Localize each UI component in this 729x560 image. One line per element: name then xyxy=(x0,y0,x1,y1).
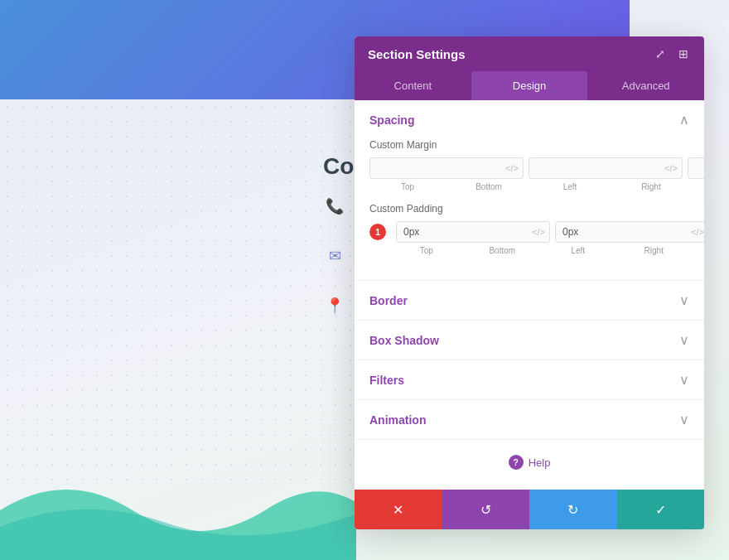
margin-left-group: </> xyxy=(688,157,704,179)
padding-badge: 1 xyxy=(369,224,386,240)
margin-top-input[interactable] xyxy=(369,157,524,179)
animation-title: Animation xyxy=(369,413,426,427)
save-button[interactable]: ✓ xyxy=(617,490,705,529)
padding-right-label: Right xyxy=(619,246,690,255)
modal-body: Spacing ∧ Custom Margin </> </> xyxy=(355,100,704,490)
modal-tabs: Content Design Advanced xyxy=(355,71,704,100)
padding-labels: Top Bottom Left Right xyxy=(391,246,689,255)
padding-bottom-label: Bottom xyxy=(467,246,538,255)
filters-title: Filters xyxy=(369,374,404,387)
spacing-section-header[interactable]: Spacing ∧ xyxy=(355,100,704,139)
border-section: Border ∨ xyxy=(355,281,704,321)
bg-dots xyxy=(0,99,356,480)
padding-bottom-group: </> xyxy=(555,221,704,243)
tab-design[interactable]: Design xyxy=(471,71,588,100)
padding-top-input[interactable] xyxy=(396,221,550,243)
undo-button[interactable]: ↺ xyxy=(442,490,530,529)
help-icon: ? xyxy=(509,455,524,470)
margin-left-input[interactable] xyxy=(688,157,704,179)
modal-header-actions: ⤢ ⊞ xyxy=(653,46,691,61)
margin-left-label: Left xyxy=(532,182,608,191)
modal-header: Section Settings ⤢ ⊞ xyxy=(355,36,704,71)
border-title: Border xyxy=(369,294,408,307)
custom-padding-label: Custom Padding xyxy=(369,203,689,215)
modal-footer: ✕ ↺ ↻ ✓ xyxy=(355,490,704,529)
box-shadow-title: Box Shadow xyxy=(369,334,439,347)
margin-bottom-group: </> xyxy=(529,157,683,179)
animation-section-header[interactable]: Animation ∨ xyxy=(355,400,704,439)
save-icon: ✓ xyxy=(655,502,666,518)
spacing-chevron-icon: ∧ xyxy=(679,112,689,128)
bg-wave xyxy=(0,461,356,560)
margin-top-label: Top xyxy=(369,182,446,191)
cancel-button[interactable]: ✕ xyxy=(355,490,442,529)
border-section-header[interactable]: Border ∨ xyxy=(355,281,704,320)
modal-title: Section Settings xyxy=(368,47,466,61)
filters-section-header[interactable]: Filters ∨ xyxy=(355,360,704,399)
padding-top-group: </> xyxy=(396,221,550,243)
margin-input-row: </> </> </> </> xyxy=(369,157,689,179)
tab-advanced[interactable]: Advanced xyxy=(587,71,704,100)
padding-left-label: Left xyxy=(543,246,614,255)
box-shadow-section-header[interactable]: Box Shadow ∨ xyxy=(355,321,704,360)
expand-icon[interactable]: ⤢ xyxy=(653,46,668,61)
animation-section: Animation ∨ xyxy=(355,400,704,440)
section-settings-panel: Section Settings ⤢ ⊞ Content Design Adva… xyxy=(355,36,704,529)
help-link[interactable]: ? Help xyxy=(355,440,704,485)
custom-margin-label: Custom Margin xyxy=(369,139,689,151)
undo-icon: ↺ xyxy=(480,502,491,518)
spacing-section: Spacing ∧ Custom Margin </> </> xyxy=(355,100,704,281)
padding-top-label: Top xyxy=(391,246,462,255)
box-shadow-section: Box Shadow ∨ xyxy=(355,321,704,360)
columns-icon[interactable]: ⊞ xyxy=(676,46,691,61)
margin-labels: Top Bottom Left Right xyxy=(369,182,689,191)
tab-content[interactable]: Content xyxy=(355,71,471,100)
margin-bottom-input[interactable] xyxy=(529,157,683,179)
help-label: Help xyxy=(529,456,551,469)
margin-top-link-icon: </> xyxy=(505,163,519,173)
redo-icon: ↻ xyxy=(567,502,578,518)
margin-top-group: </> xyxy=(369,157,524,179)
padding-bottom-input[interactable] xyxy=(555,221,704,243)
border-chevron-icon: ∨ xyxy=(679,292,689,308)
spacing-body: Custom Margin </> </> </> xyxy=(355,139,704,280)
phone-icon: 📞 xyxy=(323,195,346,218)
padding-input-row: 1 </> </> </> xyxy=(369,221,689,243)
redo-button[interactable]: ↻ xyxy=(529,490,617,529)
location-icon: 📍 xyxy=(323,294,346,317)
animation-chevron-icon: ∨ xyxy=(679,412,689,427)
cancel-icon: ✕ xyxy=(393,502,403,518)
padding-top-link-icon: </> xyxy=(532,227,545,237)
box-shadow-chevron-icon: ∨ xyxy=(679,332,689,348)
margin-right-label: Right xyxy=(613,182,689,191)
spacing-title: Spacing xyxy=(369,113,414,127)
margin-bottom-link-icon: </> xyxy=(664,163,678,173)
padding-inputs-left: </> </> xyxy=(396,221,704,243)
margin-bottom-label: Bottom xyxy=(451,182,527,191)
filters-section: Filters ∨ xyxy=(355,360,704,400)
page-heading: Co xyxy=(323,153,354,180)
padding-bottom-link-icon: </> xyxy=(691,227,704,237)
filters-chevron-icon: ∨ xyxy=(679,372,689,388)
email-icon: ✉ xyxy=(323,244,346,268)
